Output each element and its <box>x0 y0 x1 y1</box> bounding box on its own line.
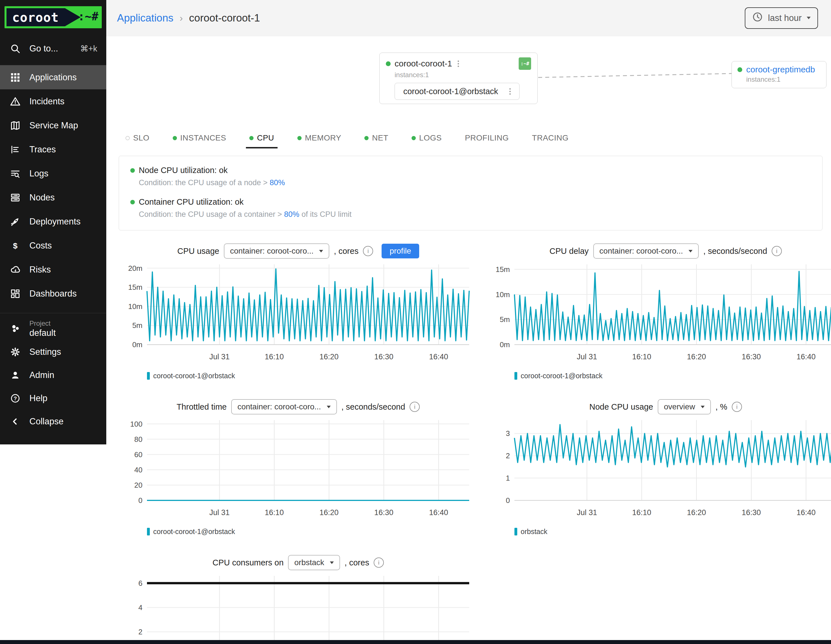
tab-profiling[interactable]: PROFILING <box>462 131 512 148</box>
tab-cpu[interactable]: CPU <box>246 131 277 148</box>
sidebar-item-traces[interactable]: Traces <box>0 137 106 161</box>
check-status-dot <box>130 168 135 173</box>
chart-selector-dropdown[interactable]: container: coroot-coro... <box>231 399 337 414</box>
svg-text:2: 2 <box>138 628 142 636</box>
sidebar-item-help[interactable]: ? Help <box>0 387 106 410</box>
sidebar-item-applications[interactable]: Applications <box>0 65 106 89</box>
chart-card-cpu-consumers-on: CPU consumers on orbstack , cores iJul 3… <box>121 554 475 644</box>
info-icon[interactable]: i <box>772 246 782 256</box>
peer-node-link[interactable]: coroot-greptimedb <box>746 65 815 74</box>
threshold-link[interactable]: 80% <box>284 210 299 218</box>
svg-text:10m: 10m <box>128 302 142 311</box>
peer-node-card[interactable]: coroot-greptimedb instances:1 <box>732 61 826 88</box>
chart-header: Throttled time container: coroot-coro...… <box>121 398 475 416</box>
tab-label: LOGS <box>419 134 442 142</box>
kebab-menu-icon[interactable] <box>509 88 511 95</box>
traces-icon <box>9 143 21 156</box>
instances-label: instances:1 <box>746 75 821 83</box>
tab-logs[interactable]: LOGS <box>408 131 445 148</box>
check-status-dot <box>130 200 135 204</box>
breadcrumb: Applications › coroot-coroot-1 <box>117 12 260 24</box>
tab-instances[interactable]: INSTANCES <box>169 131 230 148</box>
sidebar-item-admin[interactable]: Admin <box>0 363 106 387</box>
dropdown-caret-icon <box>330 561 334 564</box>
svg-text:16:20: 16:20 <box>687 352 706 361</box>
info-icon[interactable]: i <box>409 402 420 412</box>
legend-item[interactable]: coroot-coroot-1@orbstack <box>147 372 235 380</box>
chart-unit: , cores <box>345 558 369 567</box>
svg-text:Jul 31: Jul 31 <box>209 508 229 517</box>
sidebar-item-risks[interactable]: Risks <box>0 258 106 282</box>
sidebar-item-service-map[interactable]: Service Map <box>0 113 106 137</box>
time-range-picker[interactable]: last hour <box>745 7 818 29</box>
svg-text:16:40: 16:40 <box>796 508 816 517</box>
sidebar-item-deployments[interactable]: Deployments <box>0 209 106 234</box>
tab-memory[interactable]: MEMORY <box>294 131 345 148</box>
chart-title: CPU consumers on <box>213 558 283 567</box>
chart-selector-dropdown[interactable]: container: coroot-coro... <box>593 244 699 259</box>
sidebar-item-label: Collapse <box>29 416 64 427</box>
cloud-bolt-icon <box>9 263 21 276</box>
svg-text:15m: 15m <box>495 265 510 274</box>
chart-plot: Jul 3116:1016:2016:3016:400m5m10m15m20m <box>121 260 475 365</box>
tab-status-dot <box>126 136 130 140</box>
coroot-logo[interactable]: coroot :~# <box>5 6 102 28</box>
legend-swatch <box>147 372 150 380</box>
svg-text:2: 2 <box>506 451 510 460</box>
tab-label: TRACING <box>532 134 569 142</box>
status-dot <box>737 67 742 72</box>
tab-net[interactable]: NET <box>361 131 392 148</box>
footer-bar <box>0 640 831 644</box>
svg-text:4: 4 <box>138 603 142 612</box>
sidebar-item-collapse[interactable]: Collapse <box>0 410 106 433</box>
chart-plot: Jul 3116:1016:2016:3016:400m5m10m15m <box>489 260 831 365</box>
instance-chip[interactable]: coroot-coroot-1@orbstack <box>395 83 519 100</box>
sidebar-item-incidents[interactable]: Incidents <box>0 89 106 113</box>
svg-text:16:10: 16:10 <box>632 508 651 517</box>
app-node-card[interactable]: coroot-coroot-1 :~# instances:1 coroot-c… <box>379 53 538 104</box>
sidebar-item-label: Applications <box>29 72 76 83</box>
chart-header: CPU delay container: coroot-coro... , se… <box>489 242 831 260</box>
logs-icon <box>9 167 21 180</box>
charts-grid: CPU usage container: coroot-coro... , co… <box>121 242 831 644</box>
main-content: coroot-coroot-1 :~# instances:1 coroot-c… <box>106 36 831 640</box>
tab-tracing[interactable]: TRACING <box>529 131 572 148</box>
legend-item[interactable]: coroot-coroot-1@orbstack <box>147 528 235 536</box>
breadcrumb-current: coroot-coroot-1 <box>189 12 260 24</box>
info-icon[interactable]: i <box>363 246 373 256</box>
breadcrumb-applications-link[interactable]: Applications <box>117 12 174 24</box>
sidebar-item-label: Settings <box>29 347 61 357</box>
chart-card-cpu-delay: CPU delay container: coroot-coro... , se… <box>489 242 831 380</box>
sidebar-bottom-items: Settings Admin? Help Collapse <box>0 340 106 433</box>
chevron-down-icon <box>807 17 811 19</box>
sidebar-item-dashboards[interactable]: Dashboards <box>0 282 106 306</box>
legend-label: orbstack <box>521 528 547 536</box>
chart-header: CPU consumers on orbstack , cores i <box>121 554 475 571</box>
svg-text:16:10: 16:10 <box>265 352 284 361</box>
top-bar: Applications › coroot-coroot-1 last hour <box>106 0 831 36</box>
chart-card-cpu-usage: CPU usage container: coroot-coro... , co… <box>121 242 475 380</box>
chart-selector-dropdown[interactable]: orbstack <box>288 555 340 570</box>
dropdown-caret-icon <box>327 406 331 408</box>
legend-item[interactable]: coroot-coroot-1@orbstack <box>514 372 602 380</box>
profile-button[interactable]: profile <box>382 244 419 258</box>
info-icon[interactable]: i <box>374 558 384 567</box>
threshold-link[interactable]: 80% <box>270 179 285 187</box>
chart-selector-dropdown[interactable]: container: coroot-coro... <box>224 244 330 259</box>
sidebar-item-costs[interactable]: $ Costs <box>0 234 106 258</box>
sidebar-item-logs[interactable]: Logs <box>0 161 106 185</box>
svg-text:Jul 31: Jul 31 <box>576 508 597 517</box>
sidebar-item-project[interactable]: Project default <box>0 317 106 340</box>
tab-slo[interactable]: SLO <box>122 131 153 148</box>
chart-selector-dropdown[interactable]: overview <box>658 399 711 414</box>
info-icon[interactable]: i <box>732 402 742 412</box>
sidebar-bottom: Project default Settings Admin? Help Col… <box>0 313 106 433</box>
legend-item[interactable]: orbstack <box>514 528 547 536</box>
sidebar-item-nodes[interactable]: Nodes <box>0 185 106 209</box>
sidebar-item-settings[interactable]: Settings <box>0 340 106 363</box>
goto-search[interactable]: Go to... ⌘+k <box>0 40 106 58</box>
svg-text:40: 40 <box>134 465 142 474</box>
svg-text:Jul 31: Jul 31 <box>576 352 597 361</box>
kebab-menu-icon[interactable] <box>458 61 459 67</box>
chart-plot: Jul 3116:1016:2016:3016:400246 <box>121 571 475 644</box>
